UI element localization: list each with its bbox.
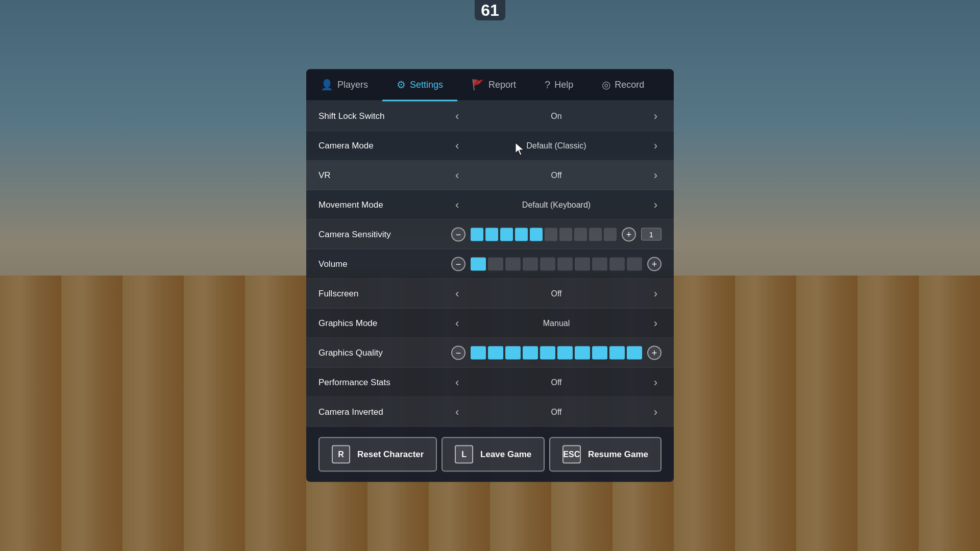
camera-mode-next[interactable]: ›	[650, 138, 662, 153]
camera-mode-label: Camera Mode	[318, 140, 451, 151]
leave-key-badge: L	[455, 445, 473, 464]
graphics-quality-track	[471, 346, 642, 359]
tab-settings[interactable]: ⚙ Settings	[382, 69, 457, 102]
vr-prev[interactable]: ‹	[451, 167, 463, 183]
tab-help[interactable]: ? Help	[530, 69, 587, 102]
camera-sensitivity-minus[interactable]: −	[451, 227, 465, 241]
shift-lock-next[interactable]: ›	[650, 108, 662, 123]
camera-inverted-value: Off	[467, 407, 645, 416]
seg-cs-2[interactable]	[485, 228, 498, 241]
seg-gq-6[interactable]	[557, 346, 573, 359]
performance-stats-label: Performance Stats	[318, 377, 451, 387]
seg-v-2[interactable]	[488, 257, 503, 270]
seg-cs-6[interactable]	[545, 228, 557, 241]
resume-game-button[interactable]: ESC Resume Game	[549, 437, 662, 472]
setting-fullscreen: Fullscreen ‹ Off ›	[306, 279, 674, 309]
graphics-mode-label: Graphics Mode	[318, 318, 451, 328]
tab-record-label: Record	[615, 79, 644, 90]
volume-slider: − +	[451, 257, 662, 271]
camera-sensitivity-plus[interactable]: +	[622, 227, 636, 241]
player-count: 61	[475, 0, 505, 20]
seg-v-10[interactable]	[627, 257, 642, 270]
seg-v-7[interactable]	[575, 257, 590, 270]
seg-gq-2[interactable]	[488, 346, 503, 359]
seg-v-6[interactable]	[557, 257, 573, 270]
reset-key-badge: R	[332, 445, 350, 464]
leave-game-label: Leave Game	[480, 449, 531, 460]
tab-players[interactable]: 👤 Players	[306, 69, 382, 102]
seg-cs-8[interactable]	[574, 228, 587, 241]
camera-sensitivity-slider: − +	[451, 227, 662, 241]
seg-gq-4[interactable]	[523, 346, 538, 359]
tab-record[interactable]: ◎ Record	[587, 69, 658, 102]
seg-gq-3[interactable]	[505, 346, 521, 359]
camera-inverted-next[interactable]: ›	[650, 404, 662, 419]
seg-v-5[interactable]	[540, 257, 555, 270]
seg-cs-3[interactable]	[500, 228, 513, 241]
help-icon: ?	[545, 79, 550, 90]
seg-cs-9[interactable]	[589, 228, 602, 241]
seg-v-3[interactable]	[505, 257, 521, 270]
graphics-quality-label: Graphics Quality	[318, 347, 451, 358]
shift-lock-prev[interactable]: ‹	[451, 108, 463, 123]
volume-control: − +	[451, 257, 662, 271]
seg-cs-10[interactable]	[604, 228, 617, 241]
volume-minus[interactable]: −	[451, 257, 465, 271]
tab-report[interactable]: 🚩 Report	[457, 69, 530, 102]
camera-mode-prev[interactable]: ‹	[451, 138, 463, 153]
graphics-mode-prev[interactable]: ‹	[451, 315, 463, 331]
setting-graphics-quality: Graphics Quality −	[306, 338, 674, 368]
camera-sensitivity-number[interactable]	[641, 228, 662, 241]
settings-icon: ⚙	[397, 79, 406, 91]
setting-vr: VR ‹ Off ›	[306, 161, 674, 190]
shift-lock-value: On	[467, 111, 645, 120]
seg-cs-4[interactable]	[515, 228, 528, 241]
graphics-quality-control: − +	[451, 345, 662, 360]
movement-mode-value: Default (Keyboard)	[467, 200, 645, 209]
reset-character-label: Reset Character	[357, 449, 424, 460]
seg-cs-5[interactable]	[530, 228, 543, 241]
setting-graphics-mode: Graphics Mode ‹ Manual ›	[306, 309, 674, 338]
reset-character-button[interactable]: R Reset Character	[318, 437, 437, 472]
seg-v-1[interactable]	[471, 257, 486, 270]
seg-gq-9[interactable]	[609, 346, 625, 359]
graphics-quality-minus[interactable]: −	[451, 345, 465, 360]
performance-stats-next[interactable]: ›	[650, 374, 662, 390]
shift-lock-control: ‹ On ›	[451, 108, 662, 123]
setting-volume: Volume − +	[306, 249, 674, 279]
players-icon: 👤	[321, 79, 333, 91]
graphics-quality-plus[interactable]: +	[647, 345, 662, 360]
seg-gq-7[interactable]	[575, 346, 590, 359]
seg-cs-7[interactable]	[559, 228, 572, 241]
seg-gq-5[interactable]	[540, 346, 555, 359]
leave-game-button[interactable]: L Leave Game	[442, 437, 545, 472]
seg-v-9[interactable]	[609, 257, 625, 270]
resume-game-label: Resume Game	[588, 449, 648, 460]
camera-inverted-control: ‹ Off ›	[451, 404, 662, 419]
movement-mode-prev[interactable]: ‹	[451, 197, 463, 212]
graphics-mode-control: ‹ Manual ›	[451, 315, 662, 331]
camera-inverted-prev[interactable]: ‹	[451, 404, 463, 419]
seg-gq-10[interactable]	[627, 346, 642, 359]
movement-mode-next[interactable]: ›	[650, 197, 662, 212]
seg-v-4[interactable]	[523, 257, 538, 270]
seg-cs-1[interactable]	[471, 228, 483, 241]
camera-sensitivity-label: Camera Sensitivity	[318, 229, 451, 239]
setting-camera-inverted: Camera Inverted ‹ Off ›	[306, 397, 674, 427]
seg-v-8[interactable]	[592, 257, 607, 270]
volume-plus[interactable]: +	[647, 257, 662, 271]
graphics-mode-next[interactable]: ›	[650, 315, 662, 331]
fullscreen-next[interactable]: ›	[650, 286, 662, 301]
camera-inverted-label: Camera Inverted	[318, 407, 451, 417]
performance-stats-prev[interactable]: ‹	[451, 374, 463, 390]
seg-gq-8[interactable]	[592, 346, 607, 359]
shift-lock-label: Shift Lock Switch	[318, 111, 451, 121]
movement-mode-label: Movement Mode	[318, 199, 451, 210]
seg-gq-1[interactable]	[471, 346, 486, 359]
camera-sensitivity-control: − +	[451, 227, 662, 241]
fullscreen-prev[interactable]: ‹	[451, 286, 463, 301]
fullscreen-value: Off	[467, 289, 645, 298]
setting-movement-mode: Movement Mode ‹ Default (Keyboard) ›	[306, 190, 674, 220]
vr-next[interactable]: ›	[650, 167, 662, 183]
volume-label: Volume	[318, 259, 451, 269]
